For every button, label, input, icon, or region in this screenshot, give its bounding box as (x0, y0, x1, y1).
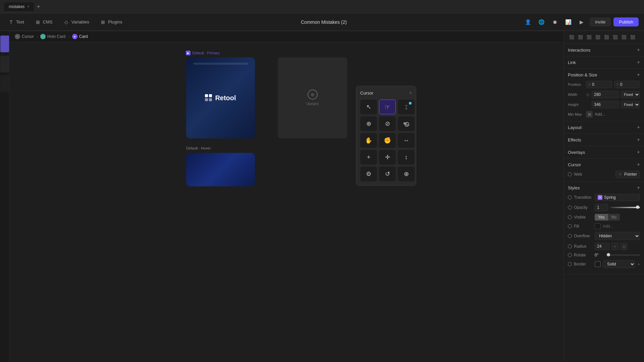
align-right-icon[interactable]: ⬛ (585, 34, 593, 41)
overflow-dot (568, 234, 572, 238)
align-middle-icon[interactable]: ⬛ (603, 34, 610, 41)
toolbar-item-cms[interactable]: ⊞ CMS (32, 18, 55, 26)
new-tab-button[interactable]: + (37, 4, 40, 10)
cursor-cell-pointer[interactable]: ☞ (379, 100, 396, 114)
breadcrumb-holocard[interactable]: ⊡ Holo Card (40, 34, 65, 39)
align-center-icon[interactable]: ⬛ (577, 34, 584, 41)
height-mode-select[interactable]: Fixed Fill Hug (621, 101, 640, 108)
position-size-section: Position & Size + Position X Y Width ⊝ (564, 69, 644, 121)
gray-variant-card[interactable]: ⊕ Variant (278, 57, 347, 138)
fill-swatch[interactable] (595, 223, 601, 229)
play-button[interactable]: ▶ (576, 17, 587, 27)
width-mode-select[interactable]: Fixed Fill Hug (621, 91, 640, 98)
effects-add-icon[interactable]: + (637, 137, 640, 142)
border-style-select[interactable]: Solid Dashed Dotted None (603, 260, 635, 268)
toolbar-item-text[interactable]: T Text (5, 18, 27, 26)
transition-badge[interactable]: ⟳ Spring (595, 194, 640, 201)
border-swatch[interactable] (595, 261, 601, 267)
cursor-cell-gear[interactable]: ⚙ (360, 167, 377, 181)
rotate-slider[interactable] (607, 254, 640, 256)
cursor-add-icon[interactable]: + (637, 162, 640, 167)
cursor-cell-zoom[interactable]: ⊕ (398, 167, 415, 181)
cursor-popup-close-icon[interactable]: × (409, 90, 412, 96)
opacity-input[interactable] (595, 204, 608, 211)
cursor-cell-not-allowed[interactable]: ⊘ (379, 116, 396, 131)
interactions-add-icon[interactable]: + (637, 47, 640, 53)
align-bottom-icon[interactable]: ⬛ (611, 34, 619, 41)
breadcrumb-cursor[interactable]: ↖ Cursor (15, 34, 34, 39)
layout-header[interactable]: Layout ℹ + (568, 125, 640, 130)
cursor-cell-row-resize[interactable]: ↕ (398, 150, 415, 165)
link-width-icon[interactable]: ⊝ (586, 92, 590, 97)
toolbar-plugins-label: Plugins (108, 19, 122, 24)
opacity-slider-thumb[interactable] (636, 205, 639, 209)
link-header[interactable]: Link + (568, 60, 640, 65)
cursor-cell-grabbing[interactable]: ✊ (379, 133, 396, 148)
toolbar-item-variables[interactable]: ◇ Variables (61, 18, 92, 26)
rotate-slider-thumb[interactable] (607, 253, 610, 256)
height-input-wrap[interactable] (592, 101, 619, 108)
retool-card-primary[interactable]: Retool (186, 57, 255, 138)
toolbar-item-plugins[interactable]: ⊞ Plugins (97, 18, 125, 26)
position-size-add-icon[interactable]: + (637, 72, 640, 77)
chart-button[interactable]: 📊 (563, 17, 574, 27)
canvas[interactable]: ▶ Default · Primary Retool (9, 42, 564, 362)
pos-x-input-wrap[interactable]: X (586, 81, 612, 88)
cursor-cell-crosshair-plus[interactable]: ⊕ (360, 116, 377, 131)
minmax-icon[interactable]: ⊞ (586, 111, 593, 118)
radius-all-icon[interactable]: ◻ (620, 243, 628, 250)
record-button[interactable]: ⏺ (549, 17, 560, 27)
styles-header[interactable]: Styles + (568, 185, 640, 190)
avatar-button[interactable]: 👤 (523, 17, 533, 27)
cursor-cell-plus[interactable]: + (360, 150, 377, 165)
pos-x-input[interactable] (592, 82, 605, 87)
overlays-title: Overlays (568, 150, 585, 155)
panel-preview-1 (0, 36, 9, 52)
tab-close-icon[interactable]: × (27, 5, 29, 8)
cursor-cell-move[interactable]: ✛ (379, 150, 396, 165)
cursor-cell-text[interactable]: ⌶ (398, 100, 415, 114)
radius-input[interactable] (595, 243, 609, 250)
hover-card[interactable] (186, 153, 255, 186)
styles-add-icon[interactable]: + (637, 185, 640, 190)
position-size-header[interactable]: Position & Size + (568, 72, 640, 77)
cursor-cell-grab[interactable]: ✋ (360, 133, 377, 148)
interactions-header[interactable]: Interactions + (568, 47, 640, 53)
link-add-icon[interactable]: + (637, 60, 640, 65)
cursor-cell-col-resize[interactable]: ↔ (398, 133, 415, 148)
toolbar-right: 👤 🌐 ⏺ 📊 ▶ Invite Publish (523, 17, 639, 27)
opacity-slider[interactable] (610, 207, 640, 208)
layout-info-icon: ℹ (581, 125, 582, 130)
styles-title: Styles (568, 185, 580, 190)
publish-button[interactable]: Publish (613, 17, 639, 26)
retool-text: Retool (215, 94, 236, 102)
cursor-cell-refresh[interactable]: ↺ (379, 167, 396, 181)
border-close-icon[interactable]: × (637, 262, 640, 267)
align-left-icon[interactable]: ⬛ (568, 34, 575, 41)
width-input[interactable] (594, 92, 611, 97)
globe-button[interactable]: 🌐 (536, 17, 547, 27)
breadcrumb-card[interactable]: ◈ Card (72, 34, 88, 39)
overlays-header[interactable]: Overlays + (568, 149, 640, 155)
invite-button[interactable]: Invite (590, 17, 611, 26)
overflow-select[interactable]: Hidden Visible Scroll (595, 232, 640, 240)
cursor-cell-default[interactable]: ↖ (360, 100, 377, 114)
cursor-pointer-badge[interactable]: ☞ Pointer (615, 171, 640, 178)
cursor-cell-no-drop[interactable]: ↖ (398, 116, 415, 131)
pos-y-input-wrap[interactable]: Y (614, 81, 640, 88)
visible-yes-btn[interactable]: Yes (595, 214, 608, 221)
distribute-v-icon[interactable]: ⬛ (629, 34, 636, 41)
visible-no-btn[interactable]: No (608, 214, 620, 221)
align-top-icon[interactable]: ⬛ (594, 34, 601, 41)
overlays-add-icon[interactable]: + (637, 149, 640, 155)
radius-corner-icon[interactable]: ⌐ (611, 243, 619, 250)
distribute-h-icon[interactable]: ⬛ (620, 34, 628, 41)
pos-y-input[interactable] (620, 82, 634, 87)
effects-header[interactable]: Effects + (568, 137, 640, 142)
cursor-header[interactable]: Cursor + (568, 162, 640, 167)
layout-add-icon[interactable]: + (637, 125, 640, 130)
height-input[interactable] (594, 102, 611, 107)
rotate-input[interactable] (595, 253, 605, 257)
width-input-wrap[interactable] (592, 91, 619, 98)
browser-tab[interactable]: mistakes × (4, 2, 34, 11)
